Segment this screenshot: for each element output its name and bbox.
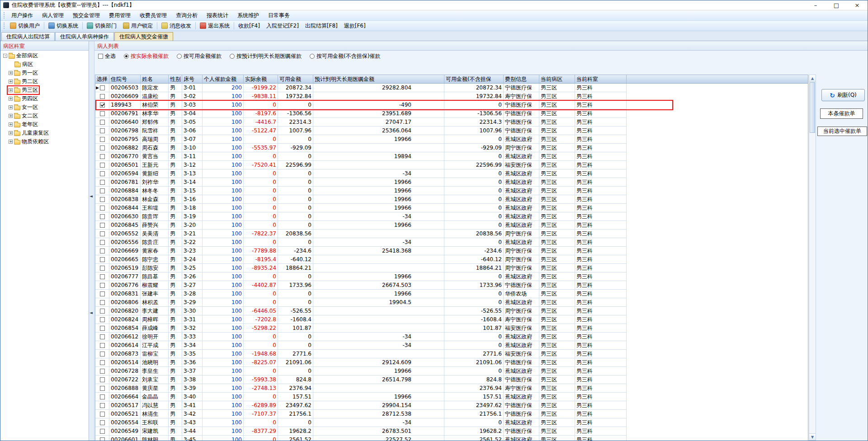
toolbar-button[interactable]: 出院结算[F8] — [302, 21, 341, 31]
tab[interactable]: 住院病人出院结算 — [1, 32, 55, 41]
scroll-down-icon[interactable]: ▼ — [809, 433, 816, 440]
row-checkbox[interactable] — [100, 257, 105, 262]
toolbar-button[interactable]: 切换用户 — [7, 21, 43, 31]
row-checkbox[interactable] — [100, 403, 105, 408]
row-checkbox[interactable] — [100, 377, 105, 382]
row-checkbox[interactable] — [100, 360, 105, 365]
table-row[interactable]: 00206795高瑞周男3-0710000199660蕉城区政府男三区男三科 — [95, 135, 627, 144]
tree-item[interactable]: +儿童康复区 — [0, 129, 89, 137]
panel-splitter[interactable]: ◄ ◄ — [89, 41, 94, 441]
row-checkbox[interactable] — [100, 334, 105, 339]
table-row[interactable]: 00206609温康松男3-02100-9838.1119732.8419732… — [95, 92, 627, 101]
table-row[interactable]: 00206806林积孟男3-291000019904.50蕉城区政府男三区男三科 — [95, 298, 627, 307]
row-checkbox[interactable] — [100, 394, 105, 399]
table-row[interactable]: 00206554王和联男3-4310000-340蕉城区政府男三区男三科 — [95, 418, 627, 427]
table-row[interactable]: 00206664金晶晶男3-401000157.5119966157.51蕉城区… — [95, 393, 627, 401]
table-row[interactable]: 00206722刘承宝男3-38100-5993.38824.826514.79… — [95, 375, 627, 384]
close-button[interactable]: × — [847, 0, 868, 10]
row-checkbox[interactable] — [100, 85, 105, 90]
radio-icon[interactable] — [177, 54, 182, 59]
column-header[interactable]: 姓名 — [141, 75, 169, 83]
vertical-scrollbar[interactable]: ▲ ▼ — [809, 75, 816, 441]
table-row[interactable]: 00206614江平成男3-3410000-340蕉城区政府男三区男三科 — [95, 341, 627, 350]
column-header[interactable]: 费别信息 — [504, 75, 539, 83]
tree-item[interactable]: +老年区 — [0, 120, 89, 129]
tree-item[interactable]: -全部病区 — [0, 52, 89, 60]
table-row[interactable]: 00206781刘祚华男3-1410000199660蕉城区政府男三区男三科 — [95, 178, 627, 187]
table-row[interactable]: 00206552吴美清男3-21100-7822.3720838.5620838… — [95, 230, 627, 238]
expand-icon[interactable]: + — [9, 140, 13, 144]
menu-item[interactable]: 用户操作 — [7, 10, 38, 21]
row-checkbox[interactable] — [100, 283, 105, 288]
collapse-icon[interactable]: - — [3, 54, 7, 58]
scroll-thumb[interactable] — [810, 82, 815, 133]
row-checkbox[interactable] — [100, 437, 105, 441]
column-header[interactable]: 选择 — [95, 75, 109, 83]
scroll-up-icon[interactable]: ▲ — [809, 75, 816, 82]
row-checkbox[interactable] — [100, 231, 105, 236]
menu-item[interactable]: 查询分析 — [171, 10, 202, 21]
table-row[interactable]: 00206776柳震耀男3-27100-4402.871733.9626674.… — [95, 281, 627, 290]
toolbar-button[interactable]: 入院登记[F2] — [263, 21, 302, 31]
column-header[interactable]: 预计到明天长期医嘱金额 — [313, 75, 444, 83]
table-row[interactable]: 00206820李大建男3-30100-6446.05-526.55-526.5… — [95, 307, 627, 315]
row-checkbox[interactable] — [100, 154, 105, 159]
tree-item[interactable]: +男二区 — [0, 77, 89, 86]
table-row[interactable]: 00206838林金森男3-1610000199660蕉城区政府男三区男三科 — [95, 195, 627, 204]
column-header[interactable]: 床号 — [182, 75, 203, 83]
menu-item[interactable]: 病人管理 — [38, 10, 68, 21]
column-header[interactable]: 住院号 — [109, 75, 141, 83]
row-checkbox[interactable] — [100, 223, 105, 228]
column-header[interactable]: 性别 — [169, 75, 182, 83]
row-checkbox[interactable] — [100, 274, 105, 279]
table-row[interactable]: 00206601陈林明男3-4510002561.5222527.522561.… — [95, 436, 627, 441]
tree-item[interactable]: 病区 — [0, 60, 89, 69]
table-row[interactable]: 00206844王和堤男3-1810000199660蕉城区政府男三区男三科 — [95, 204, 627, 212]
row-checkbox[interactable] — [100, 171, 105, 176]
row-checkbox[interactable] — [100, 386, 105, 391]
row-checkbox[interactable] — [100, 103, 105, 108]
table-row[interactable]: 00206501王新元男3-12100-7520.4122596.9922596… — [95, 161, 627, 169]
filter-option[interactable]: 按实际余额催款 — [124, 52, 169, 60]
toolbar-button[interactable]: 切换部门 — [84, 21, 120, 31]
splitter-collapse-icon[interactable]: ◄ — [90, 310, 93, 315]
row-checkbox[interactable] — [100, 249, 105, 253]
row-checkbox[interactable] — [100, 240, 105, 245]
column-header[interactable]: 可用金额(不含担保 — [444, 75, 504, 83]
toolbar-button[interactable]: 切换系统 — [45, 21, 81, 31]
minimize-button[interactable]: – — [805, 0, 826, 10]
table-row[interactable]: 00206669黄家春男3-23100-7789.88-234.625418.3… — [95, 247, 627, 255]
table-row[interactable]: 00206517冯以慧男3-41100-6289.8923497.6229904… — [95, 401, 627, 410]
row-checkbox[interactable] — [100, 145, 105, 150]
table-row[interactable]: 00206824周樟晖男3-31100-7202.8-1608.4-1608.4… — [95, 315, 627, 324]
column-header[interactable]: 可用金额 — [278, 75, 313, 83]
select-all[interactable]: 全选 — [98, 52, 116, 60]
expand-icon[interactable]: + — [9, 122, 13, 127]
row-checkbox[interactable] — [100, 163, 105, 168]
menu-item[interactable]: 报表统计 — [202, 10, 233, 21]
table-row[interactable]: 00206594黄新绍男3-1310000-340蕉城区政府男三区男三科 — [95, 169, 627, 178]
expand-icon[interactable]: + — [9, 97, 13, 101]
table-row[interactable]: 00206519彭陈安男3-25100-8935.2418864.2118864… — [95, 264, 627, 272]
row-checkbox[interactable] — [100, 317, 105, 322]
row-checkbox[interactable] — [100, 128, 105, 133]
column-header[interactable]: 个人催款金额 — [203, 75, 244, 83]
table-row[interactable]: 00206665陈宁忠男3-24100-8195.4-640.12-640.12… — [95, 255, 627, 264]
tree-item[interactable]: +女一区 — [0, 103, 89, 112]
row-checkbox[interactable] — [100, 369, 105, 374]
expand-icon[interactable]: + — [9, 105, 13, 109]
expand-icon[interactable]: + — [9, 71, 13, 75]
table-row[interactable]: 00206798阮雪祥男3-06100-5122.471007.9625366.… — [95, 127, 627, 135]
row-checkbox[interactable] — [100, 309, 105, 314]
table-row[interactable]: 00206630陈贵珲男3-1910000-340蕉城区政府男三区男三科 — [95, 212, 627, 221]
splitter-collapse-icon[interactable]: ◄ — [90, 194, 93, 198]
tree-item[interactable]: +男三区 — [0, 86, 89, 94]
table-row[interactable]: 00206884林冬冬男3-1510000199660蕉城区政府男三区男三科 — [95, 187, 627, 195]
table-row[interactable]: 00206777陈昌基男3-2610000199660蕉城区政府男三区男三科 — [95, 272, 627, 281]
table-row[interactable]: 00206845薛赞兴男3-2010000199660蕉城区政府男三区男三科 — [95, 221, 627, 230]
table-row[interactable]: 00206888黄庆星男3-39100-2748.132376.942376.9… — [95, 384, 627, 393]
toolbar-button[interactable]: 用户锁定 — [120, 21, 156, 31]
row-checkbox[interactable] — [100, 291, 105, 296]
expand-icon[interactable]: + — [9, 131, 13, 135]
row-checkbox[interactable] — [100, 111, 105, 116]
